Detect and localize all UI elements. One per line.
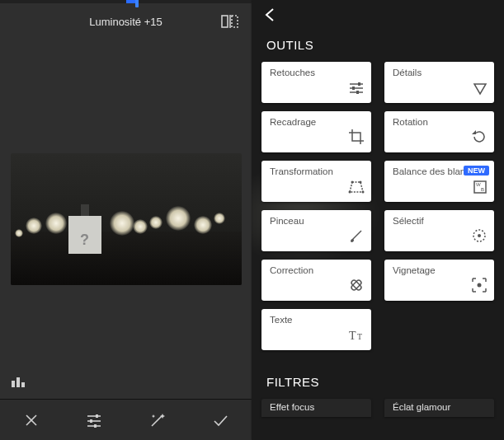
svg-rect-2 (232, 16, 238, 27)
tool-label: Transformation (270, 166, 363, 176)
svg-point-27 (349, 191, 351, 194)
healing-icon (348, 277, 365, 297)
editor-screen: Luminosité +15 (0, 0, 252, 440)
tool-vignette[interactable]: Vignetage (384, 260, 494, 301)
edited-photo (11, 153, 242, 285)
tool-brush[interactable]: Pinceau (261, 210, 371, 251)
svg-text:B: B (481, 187, 484, 192)
transform-icon (348, 180, 365, 198)
tool-label: Rotation (393, 117, 486, 127)
new-badge: NEW (464, 166, 489, 176)
image-canvas[interactable] (0, 40, 252, 399)
details-icon (473, 82, 488, 99)
tool-white-balance[interactable]: Balance des blancs NEW WB (384, 161, 494, 202)
tools-grid: Retouches Détails Recadrage (252, 62, 504, 350)
tool-transform[interactable]: Transformation (261, 161, 371, 202)
white-balance-icon: WB (473, 180, 488, 198)
filter-label: Éclat glamour (393, 402, 450, 412)
svg-rect-4 (16, 377, 20, 387)
tool-label: Détails (393, 68, 486, 77)
svg-rect-18 (358, 82, 360, 86)
selective-icon (471, 227, 488, 247)
brush-icon (348, 227, 365, 247)
svg-rect-13 (94, 424, 97, 428)
svg-rect-5 (21, 382, 25, 387)
editor-bottom-bar (0, 399, 252, 440)
svg-point-33 (478, 234, 481, 237)
tune-button[interactable] (71, 400, 117, 440)
svg-rect-20 (356, 91, 359, 94)
adjustment-header: Luminosité +15 (0, 3, 252, 40)
svg-rect-3 (12, 381, 15, 387)
svg-marker-22 (472, 130, 476, 134)
svg-point-36 (478, 283, 482, 288)
back-button[interactable] (261, 6, 280, 27)
svg-point-25 (360, 181, 362, 184)
svg-text:T: T (357, 332, 362, 341)
svg-rect-0 (222, 16, 228, 27)
svg-line-31 (352, 231, 361, 240)
filters-section-title: FILTRES (252, 370, 504, 399)
svg-marker-21 (474, 84, 486, 94)
tune-icon (348, 81, 365, 99)
tool-label: Sélectif (393, 216, 486, 226)
tool-rotate[interactable]: Rotation (384, 111, 494, 152)
tool-label: Retouches (270, 68, 363, 77)
tool-label: Pinceau (270, 216, 363, 226)
tool-crop[interactable]: Recadrage (261, 111, 371, 152)
apply-button[interactable] (197, 400, 243, 440)
filters-row: Effet focus Éclat glamour (252, 399, 504, 417)
tool-label: Correction (270, 265, 363, 275)
cancel-button[interactable] (8, 400, 54, 440)
tool-retouches[interactable]: Retouches (261, 62, 371, 103)
svg-text:T: T (349, 330, 356, 342)
svg-rect-11 (96, 414, 98, 418)
tool-label: Vignetage (393, 265, 486, 275)
tools-section-title: OUTILS (252, 33, 504, 62)
tool-healing[interactable]: Correction (261, 260, 371, 301)
tool-label: Texte (270, 315, 363, 325)
svg-point-26 (362, 191, 365, 194)
crop-icon (348, 129, 365, 148)
text-icon: TT (348, 328, 365, 346)
tool-label: Recadrage (270, 117, 363, 127)
svg-rect-12 (90, 419, 92, 423)
compare-icon[interactable] (220, 13, 238, 33)
svg-point-24 (351, 181, 354, 184)
histogram-icon[interactable] (12, 374, 28, 391)
filter-effet-focus[interactable]: Effet focus (261, 399, 371, 417)
adjustment-value-label: Luminosité +15 (89, 16, 163, 28)
svg-marker-23 (350, 182, 363, 192)
tools-panel-screen: OUTILS Retouches Détails Recadrage (252, 0, 504, 440)
svg-rect-19 (352, 87, 355, 90)
tool-selective[interactable]: Sélectif (384, 210, 494, 251)
rotate-icon (471, 129, 488, 148)
tool-text[interactable]: Texte TT (261, 309, 371, 350)
filter-eclat-glamour[interactable]: Éclat glamour (384, 399, 494, 417)
tool-details[interactable]: Détails (384, 62, 494, 103)
vignette-icon (471, 277, 488, 297)
auto-enhance-button[interactable] (134, 400, 181, 440)
filter-label: Effet focus (270, 402, 314, 412)
